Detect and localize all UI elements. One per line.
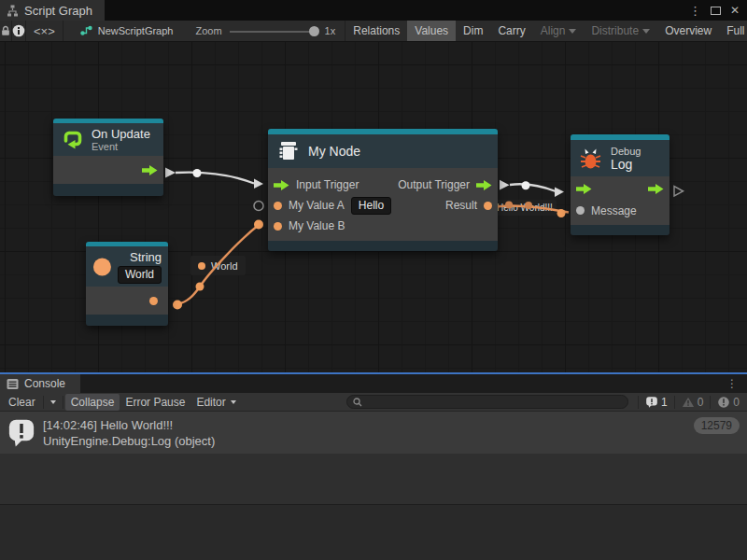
node-title: On Update [92,127,150,141]
wire-start-arrow [165,168,176,178]
value-input-port[interactable] [274,222,282,231]
console-menu-icon[interactable]: ⋮ [726,374,747,393]
flow-input-port[interactable] [274,180,289,190]
info-count-toggle[interactable]: 1 [641,396,672,409]
wire-mynode-to-debug[interactable] [510,184,556,191]
value-input-port[interactable] [576,206,585,215]
string-value-field[interactable]: World [118,266,162,284]
lock-button[interactable] [0,21,11,41]
graph-asset-icon [80,25,92,36]
flow-output-port[interactable] [142,165,158,175]
tab-script-graph-label: Script Graph [24,4,92,18]
info-bubble-icon [645,396,658,409]
wire-start-arrow [500,180,510,190]
tab-console-label: Console [24,377,65,390]
value-droplet [173,301,182,310]
port-label: Input Trigger [296,178,359,191]
clear-button[interactable]: Clear [3,394,41,411]
value-output-port[interactable] [484,202,492,210]
port-label: Message [591,204,637,217]
console-icon [7,378,19,390]
clear-dropdown[interactable] [46,394,61,411]
port-label: Output Trigger [398,178,470,191]
zoom-slider-handle[interactable] [309,26,319,36]
search-input[interactable] [366,397,622,408]
tab-script-graph[interactable]: Script Graph [0,0,105,21]
collapse-toggle[interactable]: Collapse [65,394,120,411]
node-title: String [130,250,162,264]
code-icon: <×> [34,24,55,38]
wire-end-arrow [254,179,263,189]
editor-dropdown[interactable]: Editor [190,394,241,411]
log-stacktrace: UnityEngine.Debug:Log (object) [43,433,686,449]
value-a-field[interactable]: Hello [351,197,391,215]
value-input-port[interactable] [274,202,282,210]
port-label: Result [445,199,477,212]
zoom-label: Zoom [195,25,221,36]
overview-button[interactable]: Overview [657,21,719,41]
node-category: Debug [611,146,641,157]
node-string[interactable]: String World [86,242,168,326]
value-droplet [254,220,263,230]
empty-flow-triangle [674,187,684,197]
console-log-list[interactable]: [14:02:46] Hello World!!! UnityEngine.De… [0,412,747,504]
distribute-dropdown[interactable]: Distribute [584,21,657,41]
window-menu-icon[interactable]: ⋮ [689,4,701,18]
dim-button[interactable]: Dim [456,21,490,41]
error-pause-toggle[interactable]: Error Pause [120,394,190,411]
port-label: My Value A [289,199,345,212]
close-icon[interactable]: ✕ [730,4,740,17]
wire-onupdate-to-mynode[interactable] [176,173,254,184]
debug-bug-icon [579,147,602,170]
node-debug-log[interactable]: Debug Log Message [571,134,669,235]
flow-output-port[interactable] [648,184,664,194]
value-droplet [196,283,204,291]
fullscreen-button[interactable]: Full S [719,21,747,41]
wire-end-arrow [555,188,564,198]
error-icon [717,396,730,409]
console-toolbar: Clear Collapse Error Pause Editor 1 [0,393,747,412]
console-search[interactable] [346,395,628,409]
node-subtitle: Event [92,141,150,152]
align-dropdown[interactable]: Align [533,21,585,41]
tab-console[interactable]: Console [0,374,80,393]
flow-output-port[interactable] [476,180,492,190]
node-on-update[interactable]: On Update Event [53,119,163,196]
lock-icon [0,25,11,37]
flow-droplet [522,181,530,189]
on-update-event-icon [62,129,84,151]
wire-value-hello-world: Hello World!!! [493,200,557,216]
graph-name-label: NewScriptGraph [98,25,174,36]
console-panel: Console ⋮ Clear Collapse Error Pause Edi… [0,372,747,560]
flow-droplet [193,169,202,177]
error-count-toggle[interactable]: 0 [712,396,744,409]
console-detail-pane[interactable] [0,504,747,560]
node-title: My Node [308,144,360,159]
node-title: Log [611,157,641,172]
info-button[interactable] [12,21,25,41]
flow-input-port[interactable] [576,184,592,194]
collapse-count-badge: 12579 [694,417,740,434]
relations-button[interactable]: Relations [345,21,407,41]
graph-canvas[interactable]: World Hello World!!! [0,42,747,372]
port-label: My Value B [289,219,345,232]
custom-unit-icon [276,139,301,163]
chevron-down-icon [50,400,56,404]
empty-port-circle [254,202,263,211]
value-dot-icon [198,262,205,270]
node-my-node[interactable]: My Node Input Trigger Output Trigger [268,129,498,251]
chevron-down-icon [569,29,576,34]
value-output-port[interactable] [149,297,158,305]
warning-icon [682,396,695,409]
log-entry[interactable]: [14:02:46] Hello World!!! UnityEngine.De… [0,412,747,454]
maximize-icon[interactable] [711,7,721,15]
zoom-slider[interactable] [230,26,317,36]
info-icon [12,24,25,37]
log-message: [14:02:46] Hello World!!! [43,417,686,433]
graph-reference[interactable]: NewScriptGraph [63,25,183,36]
warning-count-toggle[interactable]: 0 [677,396,709,409]
chevron-down-icon [642,29,650,34]
values-button[interactable]: Values [407,21,456,41]
edit-source-button[interactable]: <×> [26,21,63,41]
carry-button[interactable]: Carry [490,21,532,41]
